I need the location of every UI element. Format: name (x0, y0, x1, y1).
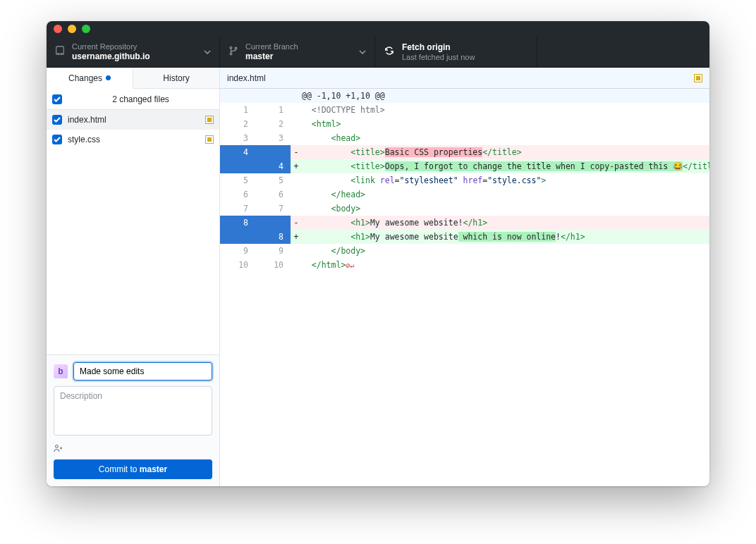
diff-file-name: index.html (227, 73, 266, 83)
diff-line[interactable]: 33 <head> (220, 131, 709, 145)
sidebar: Changes History 2 changed files index.ht… (47, 68, 220, 486)
titlebar (47, 21, 709, 37)
modified-badge-icon (694, 74, 702, 82)
diff-file-header: index.html (220, 68, 709, 89)
tab-history-label: History (163, 73, 189, 83)
diff-line[interactable]: 4+ <title>Oops, I forgot to change the t… (220, 159, 709, 173)
repo-icon (55, 46, 65, 58)
diff-panel: index.html @@ -1,10 +1,10 @@11 <!DOCTYPE… (220, 68, 709, 486)
commit-button-branch: master (140, 464, 167, 474)
tab-history[interactable]: History (133, 68, 219, 89)
svg-point-0 (230, 47, 232, 49)
file-name-label: index.html (68, 115, 200, 125)
diff-line[interactable]: 1010 </html>⊘↵ (220, 258, 709, 273)
diff-line[interactable]: 99 </body> (220, 244, 709, 258)
repository-dropdown[interactable]: Current Repository username.github.io (47, 37, 220, 67)
file-checkbox[interactable] (52, 115, 62, 125)
diff-view[interactable]: @@ -1,10 +1,10 @@11 <!DOCTYPE html>22 <h… (220, 89, 709, 486)
svg-point-1 (230, 53, 232, 55)
select-all-checkbox[interactable] (52, 94, 62, 104)
commit-button[interactable]: Commit to master (54, 459, 212, 479)
commit-summary-input[interactable] (73, 362, 212, 381)
repo-value: username.github.io (72, 51, 150, 61)
diff-line[interactable]: 22 <html> (220, 117, 709, 131)
diff-line[interactable]: 66 </head> (220, 187, 709, 202)
branch-label: Current Branch (245, 42, 298, 51)
diff-line[interactable]: 8- <h1>My awesome website!</h1> (220, 216, 709, 230)
minimize-window-button[interactable] (68, 25, 76, 33)
toolbar: Current Repository username.github.io Cu… (47, 37, 709, 68)
file-list: index.htmlstyle.css (47, 110, 219, 354)
commit-button-prefix: Commit to (99, 464, 140, 474)
fetch-label: Fetch origin (402, 42, 475, 52)
svg-point-3 (56, 445, 59, 447)
file-row[interactable]: index.html (47, 110, 219, 130)
branch-icon (228, 46, 238, 58)
file-name-label: style.css (68, 135, 200, 144)
diff-line[interactable]: 4- <title>Basic CSS properties</title> (220, 145, 709, 159)
sync-icon (384, 45, 395, 58)
repo-label: Current Repository (72, 42, 150, 51)
maximize-window-button[interactable] (82, 25, 90, 33)
changed-files-bar: 2 changed files (47, 89, 219, 110)
diff-line[interactable]: 77 <body> (220, 202, 709, 216)
changed-count-label: 2 changed files (68, 94, 214, 104)
close-window-button[interactable] (54, 25, 62, 33)
svg-point-2 (235, 47, 237, 49)
fetch-sub: Last fetched just now (402, 53, 475, 61)
app-window: Current Repository username.github.io Cu… (47, 21, 709, 486)
commit-description-input[interactable] (54, 386, 212, 435)
unsaved-indicator-icon (106, 75, 111, 80)
add-coauthor-button[interactable] (54, 441, 212, 454)
diff-hunk-header: @@ -1,10 +1,10 @@ (220, 89, 709, 103)
chevron-down-icon (204, 50, 211, 54)
toolbar-spacer (537, 37, 709, 67)
diff-line[interactable]: 55 <link rel="stylesheet" href="style.cs… (220, 173, 709, 187)
diff-line[interactable]: 11 <!DOCTYPE html> (220, 103, 709, 117)
tab-changes[interactable]: Changes (47, 68, 133, 89)
chevron-down-icon (359, 50, 366, 54)
file-row[interactable]: style.css (47, 130, 219, 149)
tab-changes-label: Changes (68, 73, 102, 83)
file-checkbox[interactable] (52, 135, 62, 144)
modified-badge-icon (205, 116, 214, 124)
branch-value: master (245, 51, 298, 61)
diff-line[interactable]: 8+ <h1>My awesome website which is now o… (220, 230, 709, 244)
fetch-origin-button[interactable]: Fetch origin Last fetched just now (375, 37, 537, 67)
commit-panel: b Commit to master (47, 354, 219, 486)
branch-dropdown[interactable]: Current Branch master (220, 37, 375, 67)
avatar: b (54, 364, 68, 378)
modified-badge-icon (205, 135, 214, 144)
